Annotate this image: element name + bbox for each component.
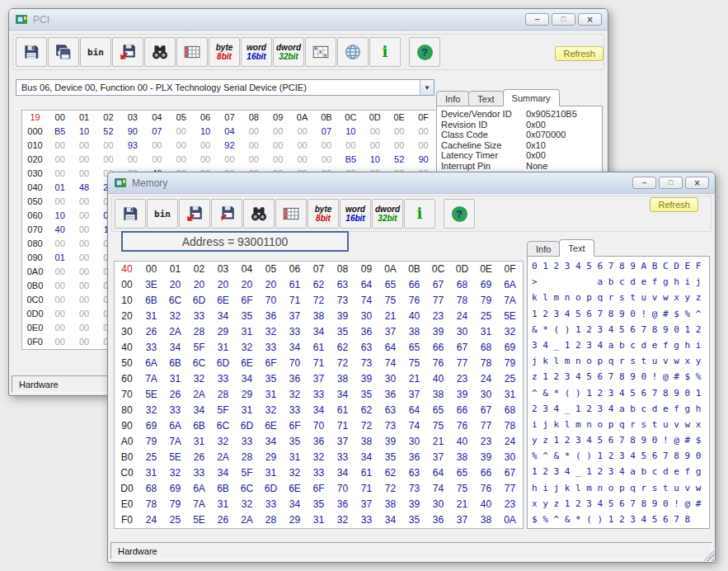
hex-cell[interactable]: 77 bbox=[450, 356, 474, 371]
hex-cell[interactable]: 31 bbox=[235, 324, 259, 340]
hex-cell[interactable]: 20 bbox=[235, 277, 259, 293]
hex-cell[interactable]: 31 bbox=[259, 387, 283, 403]
hex-cell[interactable]: 37 bbox=[378, 324, 402, 340]
hex-cell[interactable]: 62 bbox=[331, 340, 355, 356]
hex-cell[interactable]: 6A bbox=[163, 418, 187, 434]
hex-cell[interactable]: 00 bbox=[48, 153, 72, 167]
hex-cell[interactable]: 64 bbox=[355, 277, 378, 293]
hex-cell[interactable]: 37 bbox=[283, 309, 307, 324]
hex-cell[interactable]: 68 bbox=[498, 403, 522, 418]
save-button[interactable] bbox=[115, 199, 146, 229]
hex-cell[interactable]: 61 bbox=[283, 277, 307, 293]
hex-cell[interactable]: 07 bbox=[314, 125, 338, 139]
hex-cell[interactable]: 48 bbox=[72, 181, 96, 195]
hex-cell[interactable]: 00 bbox=[48, 237, 72, 251]
hex-cell[interactable]: 00 bbox=[387, 125, 411, 139]
address-field[interactable]: Address = 93001100 bbox=[121, 231, 349, 252]
hex-cell[interactable]: 6F bbox=[283, 418, 307, 434]
hex-cell[interactable]: 2A bbox=[163, 324, 187, 340]
hex-cell[interactable]: 25 bbox=[163, 512, 187, 528]
hex-cell[interactable]: 74 bbox=[402, 418, 426, 434]
hex-cell[interactable]: 72 bbox=[307, 293, 331, 309]
hex-cell[interactable]: 32 bbox=[235, 497, 259, 512]
hex-cell[interactable]: 79 bbox=[163, 497, 187, 512]
hex-cell[interactable]: 2A bbox=[211, 450, 235, 465]
help-button[interactable] bbox=[409, 37, 440, 67]
hex-cell[interactable]: 00 bbox=[193, 153, 217, 167]
hex-cell[interactable]: 72 bbox=[331, 356, 355, 371]
table-view-button[interactable] bbox=[176, 37, 208, 67]
hex-cell[interactable]: 00 bbox=[72, 265, 96, 279]
hex-cell[interactable]: 32 bbox=[163, 465, 187, 481]
hex-cell[interactable]: 63 bbox=[331, 277, 355, 293]
hex-cell[interactable]: 31 bbox=[283, 450, 307, 465]
hex-cell[interactable]: 78 bbox=[498, 418, 522, 434]
hex-cell[interactable]: 65 bbox=[402, 340, 426, 356]
hex-cell[interactable]: 6D bbox=[187, 293, 211, 309]
hex-cell[interactable]: 77 bbox=[498, 481, 522, 497]
close-button[interactable] bbox=[685, 177, 709, 189]
hex-cell[interactable]: 35 bbox=[259, 371, 283, 387]
hex-cell[interactable]: 24 bbox=[498, 434, 522, 450]
hex-cell[interactable]: 25 bbox=[139, 450, 163, 465]
byte-view-button[interactable]: byte 8bit bbox=[209, 37, 240, 67]
hex-cell[interactable]: 34 bbox=[283, 497, 307, 512]
hex-cell[interactable]: 00 bbox=[48, 265, 72, 279]
hex-cell[interactable]: 39 bbox=[426, 324, 450, 340]
hex-cell[interactable]: 74 bbox=[355, 293, 378, 309]
hex-cell[interactable]: 78 bbox=[450, 293, 474, 309]
dword-view-button[interactable]: dword 32bit bbox=[273, 37, 304, 67]
hex-cell[interactable]: 75 bbox=[378, 293, 402, 309]
hex-cell[interactable]: 00 bbox=[314, 139, 338, 153]
hex-cell[interactable]: 40 bbox=[48, 223, 72, 237]
hex-cell[interactable]: 79 bbox=[498, 356, 522, 371]
hex-cell[interactable]: 38 bbox=[378, 497, 402, 512]
hex-cell[interactable]: 31 bbox=[211, 340, 235, 356]
hex-cell[interactable]: 66 bbox=[426, 340, 450, 356]
hex-cell[interactable]: 00 bbox=[193, 139, 217, 153]
hex-cell[interactable]: 10 bbox=[72, 125, 96, 139]
hex-cell[interactable]: 74 bbox=[426, 481, 450, 497]
hex-cell[interactable]: 00 bbox=[314, 153, 338, 167]
hex-cell[interactable]: 25 bbox=[474, 309, 498, 324]
hex-cell[interactable]: 65 bbox=[426, 403, 450, 418]
refresh-button[interactable]: Refresh bbox=[555, 46, 604, 61]
hex-cell[interactable]: 33 bbox=[187, 309, 211, 324]
hex-cell[interactable]: 39 bbox=[355, 371, 378, 387]
hex-cell[interactable]: 71 bbox=[283, 293, 307, 309]
hex-cell[interactable]: 7A bbox=[187, 497, 211, 512]
hex-cell[interactable]: 00 bbox=[290, 125, 314, 139]
hex-cell[interactable]: B5 bbox=[48, 125, 72, 139]
hex-cell[interactable]: 00 bbox=[411, 139, 435, 153]
hex-cell[interactable]: 70 bbox=[283, 356, 307, 371]
hex-cell[interactable]: 73 bbox=[402, 481, 426, 497]
hex-cell[interactable]: 2A bbox=[235, 512, 259, 528]
hex-cell[interactable]: 34 bbox=[259, 434, 283, 450]
hex-cell[interactable]: 40 bbox=[426, 371, 450, 387]
hex-cell[interactable]: 39 bbox=[450, 387, 474, 403]
hex-cell[interactable]: 33 bbox=[139, 340, 163, 356]
hex-cell[interactable]: 26 bbox=[139, 324, 163, 340]
hex-cell[interactable]: 39 bbox=[331, 309, 355, 324]
find-button[interactable] bbox=[144, 37, 176, 67]
hex-cell[interactable]: 33 bbox=[307, 465, 331, 481]
hex-cell[interactable]: 5F bbox=[187, 340, 211, 356]
hex-cell[interactable]: 30 bbox=[378, 371, 402, 387]
hex-cell[interactable]: 00 bbox=[48, 167, 72, 181]
hex-cell[interactable]: 6B bbox=[211, 481, 235, 497]
hex-cell[interactable]: 40 bbox=[402, 309, 426, 324]
hex-cell[interactable]: 10 bbox=[48, 209, 72, 223]
hex-cell[interactable]: 32 bbox=[307, 450, 331, 465]
hex-cell[interactable]: 78 bbox=[474, 356, 498, 371]
hex-cell[interactable]: 00 bbox=[48, 335, 72, 349]
hex-cell[interactable]: 26 bbox=[163, 387, 187, 403]
tab-text[interactable]: Text bbox=[468, 91, 503, 106]
hex-cell[interactable]: 36 bbox=[426, 512, 450, 528]
hex-cell[interactable]: 00 bbox=[72, 307, 96, 321]
hex-cell[interactable]: 6E bbox=[283, 481, 307, 497]
hex-cell[interactable]: 34 bbox=[211, 309, 235, 324]
tab-summary[interactable]: Summary bbox=[503, 89, 560, 106]
hex-cell[interactable]: 69 bbox=[498, 340, 522, 356]
info-button[interactable] bbox=[369, 37, 401, 67]
hex-cell[interactable]: 07 bbox=[145, 125, 169, 139]
